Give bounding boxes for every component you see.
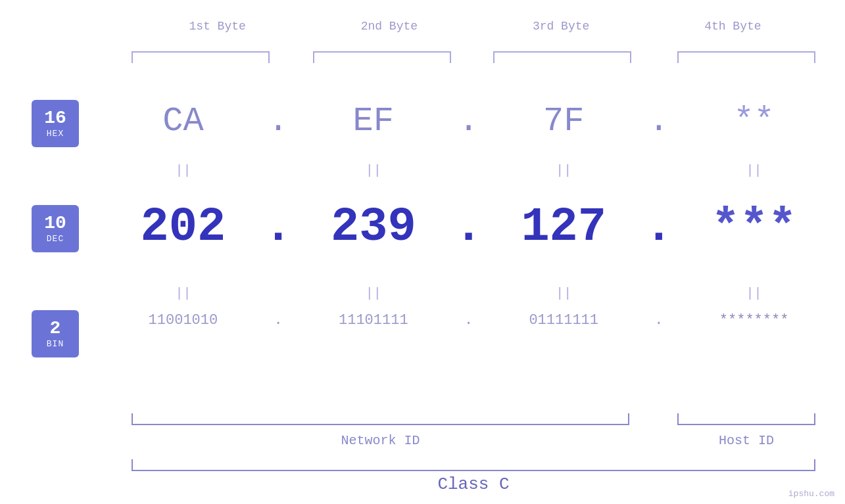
eq2-b1: || — [105, 286, 261, 301]
dec-badge: 10 DEC — [32, 205, 79, 252]
eq1-b4: || — [676, 163, 832, 178]
class-label: Class C — [132, 474, 815, 494]
bin-byte3: 01111111 — [486, 312, 642, 329]
hex-byte4: ** — [676, 102, 832, 141]
hex-byte1: CA — [105, 102, 261, 141]
dec-byte2: 239 — [295, 200, 451, 254]
bin-byte1: 11001010 — [105, 312, 261, 329]
eq2-b4: || — [676, 286, 832, 301]
bin-base-label: BIN — [47, 339, 64, 349]
col-header-byte3: 3rd Byte — [475, 20, 647, 33]
bracket-1st — [132, 51, 270, 63]
bracket-2nd — [313, 51, 451, 63]
hex-sep2: . — [451, 102, 486, 141]
bin-base-num: 2 — [50, 319, 61, 339]
hex-base-label: HEX — [47, 129, 64, 139]
hex-row: CA . EF . 7F . ** — [105, 102, 832, 141]
bracket-4th — [677, 51, 815, 63]
class-bracket — [132, 459, 815, 471]
col-header-byte4: 4th Byte — [647, 20, 819, 33]
column-headers: 1st Byte 2nd Byte 3rd Byte 4th Byte — [132, 20, 819, 33]
dec-sep3: . — [642, 200, 677, 254]
eq1-b1: || — [105, 163, 261, 178]
network-id-bracket — [132, 413, 629, 425]
dec-byte3: 127 — [486, 200, 642, 254]
bin-sep3: . — [642, 312, 677, 329]
bracket-3rd — [493, 51, 631, 63]
bin-byte2: 11101111 — [295, 312, 451, 329]
bin-byte4: ******** — [676, 312, 832, 329]
dec-sep1: . — [261, 200, 296, 254]
dec-sep2: . — [451, 200, 486, 254]
eq1-b3: || — [486, 163, 642, 178]
dec-byte1: 202 — [105, 200, 261, 254]
hex-base-num: 16 — [44, 108, 66, 129]
host-id-label: Host ID — [677, 433, 815, 448]
bin-sep1: . — [261, 312, 296, 329]
equals-hex-dec: || || || || — [105, 163, 832, 178]
hex-byte3: 7F — [486, 102, 642, 141]
dec-base-label: DEC — [47, 234, 64, 244]
dec-byte4: *** — [676, 200, 832, 254]
watermark: ipshu.com — [788, 489, 834, 499]
bin-badge: 2 BIN — [32, 310, 79, 357]
hex-sep1: . — [261, 102, 296, 141]
col-header-byte1: 1st Byte — [132, 20, 303, 33]
eq1-b2: || — [295, 163, 451, 178]
hex-sep3: . — [642, 102, 677, 141]
dec-row: 202 . 239 . 127 . *** — [105, 200, 832, 254]
col-header-byte2: 2nd Byte — [303, 20, 475, 33]
equals-dec-bin: || || || || — [105, 286, 832, 301]
bin-row: 11001010 . 11101111 . 01111111 . *******… — [105, 312, 832, 329]
main-container: 16 HEX 10 DEC 2 BIN 1st Byte 2nd Byte 3r… — [0, 0, 845, 504]
eq2-b3: || — [486, 286, 642, 301]
hex-byte2: EF — [295, 102, 451, 141]
host-id-bracket — [677, 413, 815, 425]
dec-base-num: 10 — [44, 214, 66, 234]
network-id-label: Network ID — [132, 433, 629, 448]
eq2-b2: || — [295, 286, 451, 301]
bin-sep2: . — [451, 312, 486, 329]
hex-badge: 16 HEX — [32, 100, 79, 147]
